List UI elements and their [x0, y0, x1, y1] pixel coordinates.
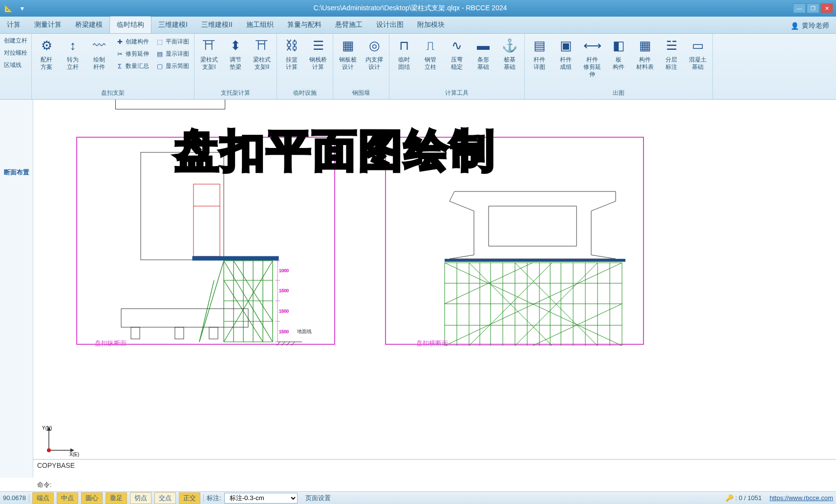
tab-construction-org[interactable]: 施工组织 — [239, 17, 280, 33]
layer-icon: ☱ — [663, 37, 680, 54]
plus-icon: ✚ — [116, 38, 124, 46]
strip-foundation-button[interactable]: ▬条形基础 — [472, 36, 495, 86]
quantity-sum-button[interactable]: Σ数量汇总 — [114, 61, 151, 71]
app-menu-icon[interactable]: 📐 — [3, 3, 14, 14]
page-setup-button[interactable]: 页面设置 — [305, 494, 331, 503]
hanging-basket-button[interactable]: ⛓挂篮计算 — [280, 36, 303, 86]
svg-rect-22 — [131, 327, 140, 339]
group-label-output: 出图 — [525, 88, 712, 99]
command-input[interactable] — [53, 481, 249, 488]
overlay-title: 盘扣平面图绘制 — [175, 121, 496, 181]
tab-design-output[interactable]: 设计出图 — [369, 17, 410, 33]
window-controls: — ❐ ✕ — [793, 3, 833, 13]
title-bar: 📐 ▾ C:\Users\Administrator\Desktop\梁柱式支架… — [0, 0, 836, 17]
pile-foundation-button[interactable]: ⚓桩基基础 — [498, 36, 521, 86]
snap-intersection[interactable]: 交点 — [154, 492, 176, 504]
material-table-button[interactable]: ▦构件材料表 — [633, 36, 657, 86]
adjust-pad-button[interactable]: ⬍调节垫梁 — [224, 36, 247, 86]
create-vertical-rod[interactable]: 创建立杆 — [2, 36, 29, 46]
fix-icon: ⊓ — [395, 37, 413, 54]
to-vertical-button[interactable]: ↕转为立杆 — [61, 36, 85, 86]
tab-3d-model-1[interactable]: 三维建模I — [151, 17, 194, 33]
snap-ortho[interactable]: 正交 — [179, 492, 200, 504]
command-echo: COPYBASE — [37, 462, 832, 469]
temp-fix-button[interactable]: ⊓临时固结 — [392, 36, 416, 86]
inner-support-button[interactable]: ◎内支撑设计 — [363, 36, 386, 86]
tab-temp-structure[interactable]: 临时结构 — [109, 16, 151, 33]
bend-icon: ∿ — [448, 37, 466, 54]
draw-member-button[interactable]: 〰绘制杆件 — [87, 36, 111, 86]
member-trim-button[interactable]: ⟷杆件修剪延伸 — [580, 36, 604, 86]
restore-button[interactable]: ❐ — [807, 3, 819, 13]
draw-icon: 〰 — [90, 37, 108, 54]
layer-label-button[interactable]: ☱分层标注 — [660, 36, 683, 86]
svg-text:1500: 1500 — [279, 288, 289, 293]
ribbon: 创建立杆 对拉螺栓 区域线 ⚙配杆方案 ↕转为立杆 〰绘制杆件 ✚创建构件 ✂修… — [0, 34, 836, 100]
minimize-button[interactable]: — — [793, 3, 806, 13]
tab-cantilever[interactable]: 悬臂施工 — [328, 17, 369, 33]
create-member-button[interactable]: ✚创建构件 — [114, 37, 151, 47]
tab-quantity[interactable]: 算量与配料 — [280, 17, 328, 33]
plate-icon: ◧ — [610, 37, 627, 54]
tab-addon[interactable]: 附加模块 — [410, 17, 451, 33]
support-icon: ◎ — [365, 37, 383, 54]
detail-icon: ▤ — [156, 50, 164, 58]
snap-center[interactable]: 圆心 — [81, 492, 103, 504]
tie-bolt[interactable]: 对拉螺栓 — [2, 48, 29, 58]
coord-readout: 90.0678 — [3, 494, 26, 502]
tab-bridge-model[interactable]: 桥梁建模 — [68, 17, 109, 33]
drawing-canvas[interactable]: 盘扣平面图绘制 — [33, 100, 836, 478]
svg-text:Y(N): Y(N) — [42, 425, 52, 431]
gear-icon: ⚙ — [38, 37, 55, 54]
ribbon-group-output: ▤杆件详图 ▣杆件成组 ⟷杆件修剪延伸 ◧板构件 ▦构件材料表 ☱分层标注 ▭混… — [525, 34, 713, 99]
tab-calc[interactable]: 计算 — [0, 17, 27, 33]
tab-measure[interactable]: 测量计算 — [27, 17, 68, 33]
user-icon: 👤 — [791, 22, 799, 30]
snap-midpoint[interactable]: 中点 — [57, 492, 78, 504]
beam-column-2-button[interactable]: ⛩梁柱式支架II — [250, 36, 274, 86]
beam-column-1-button[interactable]: ⛩梁柱式支架I — [197, 36, 221, 86]
edge-group: 创建立杆 对拉螺栓 区域线 — [0, 34, 32, 99]
show-simple-button[interactable]: ▢显示简图 — [154, 61, 191, 71]
rod-plan-button[interactable]: ⚙配杆方案 — [35, 36, 58, 86]
svg-rect-21 — [121, 309, 248, 327]
adjust-icon: ⬍ — [227, 37, 244, 54]
homepage-link[interactable]: https://www.rbcce.com — [770, 494, 833, 502]
drawing-title-transverse: 盘扣横断面 — [416, 339, 448, 348]
snap-perp[interactable]: 垂足 — [106, 492, 127, 504]
command-bar: COPYBASE 命令: — [33, 459, 836, 491]
command-prompt-label: 命令: — [37, 481, 52, 488]
svg-text:1500: 1500 — [279, 309, 289, 314]
svg-rect-24 — [209, 327, 218, 339]
qat-dropdown-icon[interactable]: ▾ — [17, 3, 27, 14]
snap-tangent[interactable]: 切点 — [130, 492, 151, 504]
concrete-foundation-button[interactable]: ▭混凝土基础 — [686, 36, 709, 86]
tab-3d-model-2[interactable]: 三维建模II — [194, 17, 239, 33]
quick-access-toolbar: 📐 ▾ — [3, 3, 27, 14]
pilefound-icon: ⚓ — [501, 37, 518, 54]
snap-endpoint[interactable]: 端点 — [32, 492, 54, 504]
steel-pipe-button[interactable]: ⎍钢管立柱 — [419, 36, 442, 86]
steel-trestle-button[interactable]: ☰钢栈桥计算 — [306, 36, 330, 86]
show-detail-button[interactable]: ▤显示详图 — [154, 49, 191, 59]
ribbon-tabs: 计算 测量计算 桥梁建模 临时结构 三维建模I 三维建模II 施工组织 算量与配… — [0, 17, 836, 34]
sheet-pile-button[interactable]: ▦钢板桩设计 — [336, 36, 360, 86]
sidebar-section-view[interactable]: 断面布置 — [4, 168, 29, 177]
close-button[interactable]: ✕ — [820, 3, 833, 13]
region-line[interactable]: 区域线 — [2, 60, 29, 70]
plan-detail-button[interactable]: ⬚平面详图 — [154, 37, 191, 47]
trim-extend-button[interactable]: ✂修剪延伸 — [114, 49, 151, 59]
svg-line-29 — [291, 342, 295, 346]
plate-member-button[interactable]: ◧板构件 — [607, 36, 630, 86]
dim-label: 标注: — [207, 494, 221, 503]
svg-rect-1 — [193, 184, 220, 256]
svg-text:1000: 1000 — [279, 268, 289, 273]
member-detail-button[interactable]: ▤杆件详图 — [528, 36, 551, 86]
user-badge[interactable]: 👤 黄玲老师 — [784, 19, 836, 33]
trim2-icon: ⟷ — [583, 37, 601, 54]
dim-style-select[interactable]: 标注-0.3-cm — [224, 493, 298, 504]
member-group-button[interactable]: ▣杆件成组 — [554, 36, 578, 86]
bend-stability-button[interactable]: ∿压弯稳定 — [445, 36, 469, 86]
ribbon-group-calc-tools: ⊓临时固结 ⎍钢管立柱 ∿压弯稳定 ▬条形基础 ⚓桩基基础 计算工具 — [389, 34, 525, 99]
frame1-icon: ⛩ — [200, 37, 218, 54]
